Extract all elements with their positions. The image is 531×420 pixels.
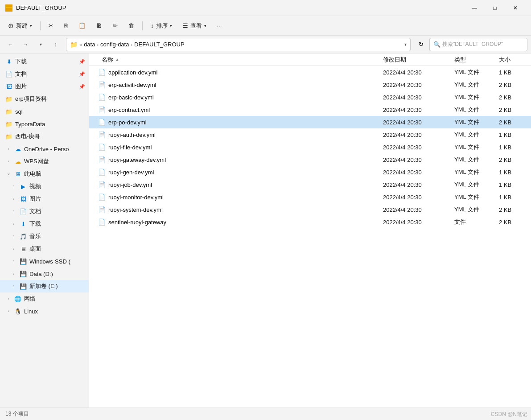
sep-1: › bbox=[97, 42, 99, 47]
minimize-button[interactable]: — bbox=[464, 0, 485, 16]
file-name: 📄erp-basic-dev.yml bbox=[98, 94, 379, 101]
col-type[interactable]: 类型 bbox=[451, 56, 495, 64]
sidebar-item-network[interactable]: › 🌐 网络 bbox=[0, 292, 89, 305]
file-icon: 📄 bbox=[98, 206, 106, 213]
sidebar-item-documents[interactable]: 📄 文档 📌 bbox=[0, 68, 89, 80]
file-type: YML 文件 bbox=[451, 118, 495, 126]
document-icon: 📄 bbox=[5, 70, 12, 78]
watermark-text: CSDN @N笔记 bbox=[491, 411, 527, 417]
sidebar-item-downloads2[interactable]: › ⬇ 下载 bbox=[0, 218, 89, 230]
file-name-text: ruoyi-monitor-dev.yml bbox=[108, 194, 164, 201]
sort-button[interactable]: ↕ 排序 ▾ bbox=[146, 19, 177, 33]
address-bar[interactable]: 📁 « data › config-data › DEFAULT_GROUP ▾ bbox=[66, 38, 411, 51]
chevron-right-icon13: › bbox=[5, 308, 12, 314]
file-row[interactable]: 📄ruoyi-system-dev.yml2022/4/4 20:30YML 文… bbox=[89, 203, 531, 216]
recent-button[interactable]: ▾ bbox=[34, 38, 47, 51]
more-button[interactable]: ··· bbox=[213, 19, 226, 33]
sidebar-item-xidian[interactable]: 📁 西电-庚哥 bbox=[0, 130, 89, 143]
drive-icon2: 💾 bbox=[20, 270, 27, 277]
search-bar[interactable]: 🔍 搜索"DEFAULT_GROUP" bbox=[429, 38, 527, 51]
file-row[interactable]: 📄ruoyi-job-dev.yml2022/4/4 20:30YML 文件1 … bbox=[89, 178, 531, 191]
copy-button[interactable]: ⎘ bbox=[60, 19, 72, 33]
sidebar-item-pictures2[interactable]: › 🖼 图片 bbox=[0, 193, 89, 205]
file-type: YML 文件 bbox=[451, 68, 495, 76]
cloud-blue-icon: ☁ bbox=[14, 145, 21, 152]
sidebar-item-documents2[interactable]: › 📄 文档 bbox=[0, 205, 89, 218]
file-size: 1 KB bbox=[495, 181, 531, 188]
maximize-button[interactable]: □ bbox=[485, 0, 505, 16]
sidebar-item-sql[interactable]: 📁 sql bbox=[0, 105, 89, 118]
file-name-text: application-dev.yml bbox=[108, 69, 157, 76]
file-row[interactable]: 📄application-dev.yml2022/4/4 20:30YML 文件… bbox=[89, 66, 531, 78]
file-name-text: sentinel-ruoyi-gateway bbox=[108, 219, 166, 226]
file-row[interactable]: 📄erp-contract.yml2022/4/4 20:30YML 文件2 K… bbox=[89, 103, 531, 116]
file-type: YML 文件 bbox=[451, 168, 495, 176]
breadcrumb-data[interactable]: data bbox=[84, 41, 95, 48]
sidebar-item-downloads[interactable]: ⬇ 下载 📌 bbox=[0, 55, 89, 68]
file-date: 2022/4/4 20:30 bbox=[379, 169, 451, 176]
file-row[interactable]: 📄ruoyi-monitor-dev.yml2022/4/4 20:30YML … bbox=[89, 191, 531, 203]
close-button[interactable]: ✕ bbox=[505, 0, 526, 16]
file-row[interactable]: 📄erp-po-dev.yml2022/4/4 20:30YML 文件2 KB bbox=[89, 116, 531, 128]
stamp-button[interactable]: 🖹 bbox=[92, 19, 107, 33]
sidebar-item-video[interactable]: › ▶ 视频 bbox=[0, 180, 89, 193]
sidebar-item-datae[interactable]: › 💾 新加卷 (E:) bbox=[0, 280, 89, 292]
file-row[interactable]: 📄ruoyi-file-dev.yml2022/4/4 20:30YML 文件1… bbox=[89, 141, 531, 153]
file-row[interactable]: 📄sentinel-ruoyi-gateway2022/4/4 20:30文件2… bbox=[89, 216, 531, 228]
file-row[interactable]: 📄ruoyi-gateway-dev.yml2022/4/4 20:30YML … bbox=[89, 153, 531, 166]
rename-button[interactable]: ✏ bbox=[108, 19, 122, 33]
chevron-right-icon5: › bbox=[11, 208, 17, 214]
sidebar-label-xidian: 西电-庚哥 bbox=[15, 132, 40, 140]
file-icon: 📄 bbox=[98, 169, 106, 176]
delete-button[interactable]: 🗑 bbox=[124, 19, 139, 33]
file-row[interactable]: 📄ruoyi-auth-dev.yml2022/4/4 20:30YML 文件1… bbox=[89, 128, 531, 141]
file-row[interactable]: 📄erp-basic-dev.yml2022/4/4 20:30YML 文件2 … bbox=[89, 91, 531, 103]
col-name[interactable]: 名称 ▲ bbox=[98, 56, 379, 64]
up-button[interactable]: ↑ bbox=[49, 38, 62, 51]
sidebar-item-thispc[interactable]: ∨ 🖥 此电脑 bbox=[0, 168, 89, 180]
sidebar-label-thispc: 此电脑 bbox=[24, 170, 41, 178]
nav-bar: ← → ▾ ↑ 📁 « data › config-data › DEFAULT… bbox=[0, 36, 531, 54]
sidebar-item-datad[interactable]: › 💾 Data (D:) bbox=[0, 268, 89, 280]
file-date: 2022/4/4 20:30 bbox=[379, 181, 451, 188]
file-row[interactable]: 📄erp-activiti-dev.yml2022/4/4 20:30YML 文… bbox=[89, 78, 531, 91]
refresh-button[interactable]: ↻ bbox=[414, 38, 428, 51]
sidebar-item-desktop[interactable]: › 🖥 桌面 bbox=[0, 243, 89, 255]
file-name: 📄ruoyi-job-dev.yml bbox=[98, 181, 379, 188]
col-sort-arrow: ▲ bbox=[115, 57, 119, 62]
file-name: 📄sentinel-ruoyi-gateway bbox=[98, 218, 379, 226]
sidebar-item-erp[interactable]: 📁 erp项目资料 bbox=[0, 93, 89, 105]
breadcrumb-config[interactable]: config-data bbox=[100, 41, 129, 48]
file-icon: 📄 bbox=[98, 181, 106, 188]
sidebar-label-onedrive: OneDrive - Perso bbox=[24, 146, 69, 152]
forward-button[interactable]: → bbox=[19, 38, 32, 51]
sidebar-item-pictures[interactable]: 🖼 图片 📌 bbox=[0, 80, 89, 93]
col-date[interactable]: 修改日期 bbox=[379, 56, 451, 64]
file-date: 2022/4/4 20:30 bbox=[379, 219, 451, 226]
col-name-label: 名称 bbox=[102, 56, 113, 64]
sidebar-item-music[interactable]: › 🎵 音乐 bbox=[0, 230, 89, 243]
file-name-text: erp-po-dev.yml bbox=[108, 119, 147, 126]
file-name: 📄ruoyi-gateway-dev.yml bbox=[98, 156, 379, 163]
sidebar-item-linux[interactable]: › 🐧 Linux bbox=[0, 305, 89, 317]
view-button[interactable]: ☰ 查看 ▾ bbox=[178, 19, 211, 33]
paste-button[interactable]: 📋 bbox=[74, 19, 90, 33]
cut-button[interactable]: ✂ bbox=[44, 19, 58, 33]
col-size[interactable]: 大小 bbox=[495, 56, 531, 64]
breadcrumb-default[interactable]: DEFAULT_GROUP bbox=[134, 41, 184, 48]
sidebar-item-typora[interactable]: 📁 TyporaData bbox=[0, 118, 89, 130]
sidebar-item-wps[interactable]: › ☁ WPS网盘 bbox=[0, 155, 89, 168]
picture-icon: 🖼 bbox=[5, 83, 12, 90]
file-type: YML 文件 bbox=[451, 93, 495, 101]
back-button[interactable]: ← bbox=[4, 38, 17, 51]
file-size: 2 KB bbox=[495, 219, 531, 226]
sidebar-item-onedrive[interactable]: › ☁ OneDrive - Perso bbox=[0, 143, 89, 155]
sidebar-item-windows[interactable]: › 💾 Windows-SSD ( bbox=[0, 255, 89, 268]
new-button[interactable]: ⊕ 新建 ▾ bbox=[4, 19, 37, 33]
file-icon: 📄 bbox=[98, 131, 106, 138]
file-row[interactable]: 📄ruoyi-gen-dev.yml2022/4/4 20:30YML 文件1 … bbox=[89, 166, 531, 178]
addr-dropdown-btn[interactable]: ▾ bbox=[404, 42, 407, 47]
chevron-down-icon: ∨ bbox=[5, 171, 12, 177]
pc-icon: 🖥 bbox=[14, 170, 21, 177]
folder-yellow-icon4: 📁 bbox=[5, 133, 12, 140]
